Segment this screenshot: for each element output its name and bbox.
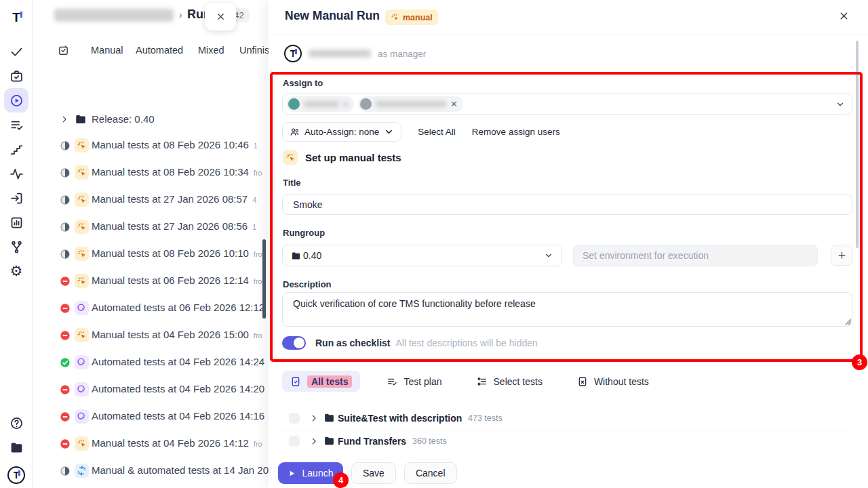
sidebar-item-projects[interactable]	[4, 435, 28, 460]
chevron-down-icon	[384, 127, 394, 137]
manual-run-icon	[75, 192, 89, 207]
tree-row[interactable]: Fund Transfers360 tests	[282, 430, 852, 453]
description-textarea[interactable]: Quick verification of core TMS functiona…	[282, 292, 852, 327]
run-row[interactable]: Manual tests at 08 Feb 2026 10:34fro	[33, 159, 269, 186]
tree-row[interactable]: Suite&Test with description473 tests	[282, 407, 852, 430]
run-row[interactable]: Manual & automated tests at 14 Jan 2026	[33, 458, 269, 485]
remove-assign-users-button[interactable]: Remove assign users	[472, 127, 560, 137]
logo-icon: T	[7, 466, 25, 484]
status-half-icon	[60, 222, 71, 232]
title-input[interactable]	[282, 194, 852, 215]
chevron-right-icon[interactable]	[60, 115, 69, 124]
chevron-right-icon[interactable]	[309, 436, 319, 446]
stairs-icon	[9, 142, 24, 157]
chip-remove-icon[interactable]	[343, 102, 349, 107]
chevron-right-icon[interactable]	[309, 413, 319, 423]
modal-header: New Manual Run manual	[269, 0, 868, 35]
environment-input[interactable]	[573, 245, 818, 266]
run-row[interactable]: Manual tests at 06 Feb 2026 12:14fro	[33, 268, 269, 295]
run-row[interactable]: Manual tests at 27 Jan 2026 08:574	[33, 186, 269, 214]
run-row[interactable]: Manual tests at 08 Feb 2026 10:10fro	[33, 241, 269, 268]
auto-assign-button[interactable]: Auto-Assign: none	[282, 122, 401, 142]
runs-tab-manual[interactable]: Manual	[91, 45, 123, 56]
avatar	[288, 98, 300, 110]
tab-test-plan[interactable]: Test plan	[378, 371, 450, 392]
status-passed-icon	[60, 357, 71, 368]
resize-handle[interactable]	[845, 319, 851, 325]
app-logo[interactable]: T	[4, 463, 28, 487]
run-row[interactable]: Automated tests at 04 Feb 2026 14:20	[33, 376, 269, 403]
workspace-logo[interactable]: T	[4, 5, 28, 30]
folder-icon	[323, 435, 335, 447]
rungroup-select[interactable]: 0.40	[282, 245, 562, 266]
list-scrollbar-thumb[interactable]	[262, 239, 266, 319]
runs-tab-unfinished[interactable]: Unfinished	[239, 45, 269, 56]
rungroup-value: 0.40	[303, 250, 321, 261]
sidebar-item-activity[interactable]	[4, 161, 28, 186]
tab-all-tests[interactable]: All tests	[282, 371, 360, 392]
folder-icon	[291, 251, 301, 261]
tab-without-tests[interactable]: Without tests	[569, 371, 657, 392]
release-folder-row[interactable]: Release: 0.40	[33, 112, 269, 132]
assignee-multiselect[interactable]: ✕	[282, 94, 852, 115]
run-label: Manual tests at 08 Feb 2026 10:10fro	[92, 247, 262, 259]
assign-to-label: Assign to	[283, 78, 323, 88]
run-label: Automated tests at 06 Feb 2026 12:12	[92, 302, 264, 313]
runs-filter-tabs: ManualAutomatedMixedUnfinished	[33, 43, 269, 61]
sidebar-item-check[interactable]	[4, 39, 28, 64]
checklist-hint: All test descriptions will be hidden	[396, 338, 538, 348]
play-circle-icon	[9, 94, 24, 108]
chevron-down-icon[interactable]	[835, 100, 845, 109]
chip-remove-icon[interactable]: ✕	[450, 99, 458, 109]
modal-scrollbar-thumb[interactable]	[856, 41, 859, 248]
cancel-button[interactable]: Cancel	[404, 462, 457, 484]
run-as-checklist-toggle[interactable]	[282, 336, 306, 350]
suite-name: Suite&Test with description	[338, 413, 462, 424]
run-row[interactable]: Manual tests at 08 Feb 2026 10:461	[33, 132, 269, 159]
run-rows: Manual tests at 08 Feb 2026 10:461Manual…	[33, 132, 269, 485]
sidebar-item-settings[interactable]: ⚙	[4, 259, 28, 283]
run-suffix: fro	[254, 250, 262, 258]
avatar	[360, 98, 372, 110]
breadcrumb-project-name-blurred[interactable]	[54, 9, 174, 22]
icon-rail: ⚙TT	[0, 0, 33, 488]
run-row[interactable]: Manual tests at 04 Feb 2026 14:12fro	[33, 430, 269, 458]
status-half-icon	[60, 466, 71, 476]
status-blocked-icon	[60, 439, 71, 449]
sidebar-item-integrations[interactable]	[4, 235, 28, 259]
manual-run-icon	[75, 220, 89, 234]
logo-icon: T	[12, 10, 20, 25]
select-all-button[interactable]: Select All	[418, 127, 456, 137]
tab-select-tests[interactable]: Select tests	[469, 371, 551, 392]
modal-close-button[interactable]	[838, 10, 850, 22]
runs-tab-automated[interactable]: Automated	[136, 45, 183, 56]
runs-tab-mixed[interactable]: Mixed	[198, 45, 224, 56]
box-arrow-icon	[9, 191, 24, 205]
launch-button[interactable]: Launch	[278, 462, 343, 484]
list-check-icon	[387, 376, 397, 387]
sidebar-item-help[interactable]	[4, 411, 28, 435]
run-row[interactable]: Manual tests at 27 Jan 2026 08:561	[33, 214, 269, 241]
assignee-chip[interactable]: ✕	[358, 96, 463, 112]
run-row[interactable]: Automated tests at 04 Feb 2026 14:24	[33, 349, 269, 376]
assignee-chip[interactable]	[286, 96, 354, 112]
sidebar-item-imports[interactable]	[4, 186, 28, 210]
tab-label: All tests	[307, 375, 352, 388]
sidebar-item-runs[interactable]	[4, 88, 28, 113]
add-environment-button[interactable]	[831, 245, 852, 266]
suite-checkbox[interactable]	[289, 436, 300, 447]
suite-name: Fund Transfers	[338, 436, 406, 447]
suite-checkbox[interactable]	[289, 413, 300, 424]
run-row[interactable]: Automated tests at 06 Feb 2026 12:12	[33, 295, 269, 322]
save-button[interactable]: Save	[351, 462, 396, 484]
manual-cursor-icon	[283, 150, 298, 165]
run-row[interactable]: Manual tests at 04 Feb 2026 15:00fro	[33, 322, 269, 349]
drawer-close-button[interactable]	[205, 3, 236, 30]
run-row[interactable]: Automated tests at 04 Feb 2026 14:16	[33, 403, 269, 430]
runs-filter-icon[interactable]	[58, 45, 69, 56]
status-blocked-icon	[60, 276, 71, 287]
sidebar-item-reports[interactable]	[4, 210, 28, 235]
sidebar-item-milestones[interactable]	[4, 137, 28, 161]
sidebar-item-test-plans[interactable]	[4, 113, 28, 137]
sidebar-item-test-cases[interactable]	[4, 64, 28, 88]
